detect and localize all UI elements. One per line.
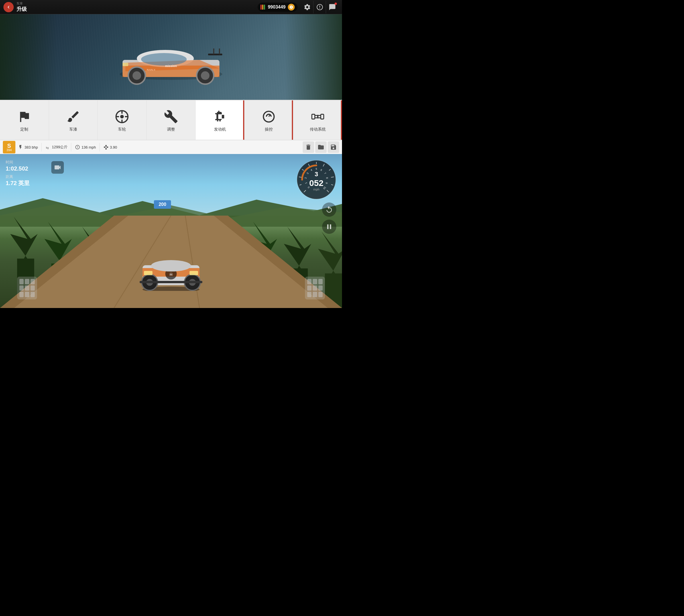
svg-point-19	[120, 115, 124, 119]
engine-label: 发动机	[214, 127, 226, 132]
svg-rect-13	[213, 48, 214, 54]
grade-badge: S 394	[3, 141, 15, 153]
gas-pedal[interactable]	[305, 277, 325, 300]
replay-button[interactable]	[322, 202, 336, 217]
svg-rect-32	[317, 115, 318, 119]
pedal-dot	[19, 285, 24, 291]
drivetrain-icon	[309, 108, 326, 125]
pedal-dot	[307, 292, 312, 297]
power-value: 383 bhp	[24, 145, 38, 150]
car-display-area: mission RAIN.X	[0, 14, 342, 100]
pedal-dot	[313, 292, 317, 297]
handling-label: 操控	[265, 127, 273, 132]
notification-dot	[335, 3, 337, 5]
pedal-dot	[30, 292, 35, 297]
pedal-dot	[25, 285, 29, 291]
customize-icon	[16, 108, 33, 125]
handling-icon	[260, 108, 277, 125]
svg-text:$: $	[291, 6, 292, 8]
svg-rect-12	[208, 53, 222, 55]
svg-rect-26	[312, 114, 315, 119]
svg-point-7	[141, 53, 187, 66]
grade-letter: S	[7, 143, 11, 149]
breadcrumb-parent: 车库	[17, 1, 27, 6]
svg-text:☠: ☠	[169, 272, 173, 277]
pedal-dot	[19, 292, 24, 297]
speed-value: 136 mph	[82, 145, 96, 150]
action-icons	[303, 141, 339, 153]
tuning-label: 调整	[167, 127, 175, 132]
customize-label: 定制	[20, 127, 28, 132]
svg-rect-24	[222, 115, 224, 119]
wheels-label: 车轮	[118, 127, 126, 132]
trees-left	[0, 14, 57, 100]
speed-display: 052	[309, 178, 323, 188]
car-svg: mission RAIN.X	[114, 28, 228, 86]
category-customize[interactable]: 定制	[0, 101, 49, 140]
tuning-icon	[162, 108, 180, 125]
svg-point-55	[151, 260, 191, 271]
svg-text:kg: kg	[46, 146, 49, 149]
currency-amount: 9903449	[268, 4, 286, 10]
category-tuning[interactable]: 调整	[147, 101, 196, 140]
speedometer-svg: 0 1 2 3 4 5 6 7 8 9 10 3 052 mph	[296, 160, 336, 200]
time-label: 时间	[6, 160, 30, 165]
speed-stat: 136 mph	[75, 144, 96, 150]
race-car-model: ☠	[134, 245, 208, 291]
brake-pedal[interactable]	[17, 277, 37, 300]
coin-icon: $	[288, 4, 295, 10]
svg-rect-62	[189, 271, 198, 275]
pedal-dot	[318, 292, 323, 297]
engine-icon	[211, 108, 229, 125]
category-handling[interactable]: 操控	[245, 101, 294, 140]
svg-point-9	[133, 71, 141, 80]
pedal-dot	[307, 285, 312, 291]
pause-button[interactable]	[322, 220, 336, 234]
svg-point-11	[201, 71, 209, 80]
svg-rect-61	[144, 271, 153, 275]
green-bar	[264, 4, 265, 10]
category-engine[interactable]: 发动机	[196, 101, 245, 140]
folder-button[interactable]	[315, 141, 327, 153]
category-paint[interactable]: 车漆	[49, 101, 98, 140]
car-model: mission RAIN.X	[111, 24, 231, 90]
stat-divider-3	[99, 143, 100, 151]
speed-unit: mph	[313, 188, 319, 191]
svg-text:RAIN.X: RAIN.X	[147, 68, 155, 71]
speedometer: 0 1 2 3 4 5 6 7 8 9 10 3 052 mph	[296, 160, 336, 200]
weight-value: 1299公斤	[52, 145, 68, 150]
stat-bars	[123, 146, 297, 148]
back-button[interactable]	[3, 2, 14, 12]
currency-bar: 9903449 $	[258, 3, 298, 12]
category-wheels[interactable]: 车轮	[98, 101, 147, 140]
svg-rect-60	[140, 281, 202, 283]
trees-right	[285, 14, 342, 100]
pedal-dot	[307, 279, 312, 284]
racing-view: ☠ 时间 1:02.502 距离 1.72 英里	[0, 154, 342, 308]
yellow-bar	[262, 4, 263, 10]
pedal-dot	[19, 279, 24, 284]
stat-divider-1	[41, 143, 42, 151]
distance-value: 1.72 英里	[6, 179, 30, 187]
pedal-dot	[318, 279, 323, 284]
chat-button[interactable]	[326, 1, 339, 14]
helmet-button[interactable]	[314, 1, 326, 14]
upgrade-panel: 车库 升级 9903449 $	[0, 0, 342, 154]
delete-button[interactable]	[303, 141, 314, 153]
wheels-icon	[113, 108, 131, 125]
drivetrain-label: 传动系统	[310, 127, 326, 132]
settings-button[interactable]	[301, 1, 314, 14]
grade-number: 394	[6, 149, 12, 152]
camera-button[interactable]	[51, 161, 64, 174]
power-stat: 383 bhp	[18, 144, 38, 150]
header-bar: 车库 升级 9903449 $	[0, 0, 342, 14]
power-icon	[18, 144, 23, 150]
ratio-icon	[103, 144, 109, 150]
save-button[interactable]	[328, 141, 339, 153]
stats-bar: S 394 383 bhp kg 1299公斤 136 mph	[0, 140, 342, 154]
speed-sign-value: 200	[159, 202, 166, 207]
category-drivetrain[interactable]: 传动系统	[293, 101, 342, 140]
svg-text:5: 5	[316, 168, 317, 170]
red-bar	[260, 4, 261, 10]
svg-rect-15	[122, 63, 128, 66]
